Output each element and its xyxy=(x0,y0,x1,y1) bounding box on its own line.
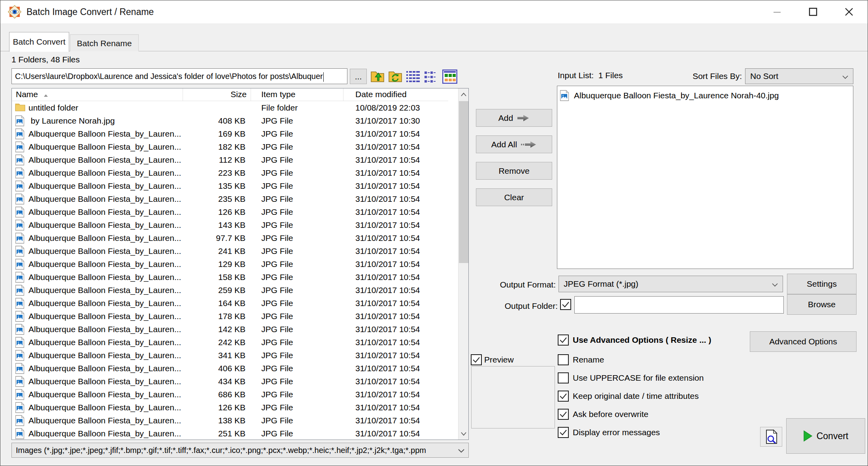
table-row[interactable]: Albuquerque Balloon Fiesta_by_Lauren...4… xyxy=(12,375,448,388)
thumbnails-view-icon[interactable] xyxy=(442,70,457,85)
file-size: 406 KB xyxy=(183,362,251,375)
tab-batch-rename[interactable]: Batch Rename xyxy=(70,34,139,51)
minimize-button[interactable] xyxy=(759,0,795,23)
folder-up-icon[interactable] xyxy=(370,69,385,85)
table-row[interactable]: Albuquerque Balloon Fiesta_by_Lauren...1… xyxy=(12,127,448,140)
output-folder-browse-button[interactable]: Browse xyxy=(787,294,857,315)
table-row[interactable]: Albuquerque Balloon Fiesta_by_Lauren...1… xyxy=(12,140,448,153)
maximize-button[interactable] xyxy=(795,0,831,23)
details-view-icon[interactable] xyxy=(406,70,420,85)
scroll-down-icon[interactable] xyxy=(459,428,469,440)
chevron-down-icon xyxy=(772,279,778,289)
tab-batch-convert[interactable]: Batch Convert xyxy=(9,32,69,52)
option-row: Display error messages xyxy=(558,427,660,438)
settings-button[interactable]: Settings xyxy=(787,274,857,294)
path-input[interactable]: C:\Users\laure\Dropbox\Laurence and Jess… xyxy=(11,68,347,84)
scroll-up-icon[interactable] xyxy=(459,88,469,100)
table-row[interactable]: untitled folderFile folder10/08/2019 22:… xyxy=(12,101,448,114)
file-size: 135 KB xyxy=(183,179,251,192)
file-name: Albuquerque Balloon Fiesta_by_Lauren... xyxy=(28,153,181,166)
close-button[interactable] xyxy=(831,0,867,23)
clear-button[interactable]: Clear xyxy=(476,188,552,206)
output-folder-input[interactable] xyxy=(574,296,784,314)
table-row[interactable]: Albuquerque Balloon Fiesta_by_Lauren...2… xyxy=(12,284,448,297)
text-caret xyxy=(323,72,324,82)
table-row[interactable]: Albuquerque Balloon Fiesta_by_Lauren...2… xyxy=(12,192,448,205)
table-row[interactable]: Albuquerque Balloon Fiesta_by_Lauren...1… xyxy=(12,297,448,310)
option-checkbox[interactable] xyxy=(558,334,569,346)
image-file-icon xyxy=(15,180,25,192)
column-header-type[interactable]: Item type xyxy=(251,88,343,101)
table-row[interactable]: Albuquerque Balloon Fiesta_by_Lauren...2… xyxy=(12,427,448,440)
file-date: 31/10/2017 10:54 xyxy=(343,375,448,388)
table-row[interactable]: Albuquerque Balloon Fiesta_by_Lauren...1… xyxy=(12,179,448,192)
image-file-icon xyxy=(15,285,25,296)
file-name: Albuquerque Balloon Fiesta_by_Lauren... xyxy=(28,218,181,231)
image-file-icon xyxy=(560,90,570,101)
file-type: JPG File xyxy=(251,205,343,218)
image-file-icon xyxy=(15,363,25,374)
browse-path-button[interactable]: ... xyxy=(350,69,367,84)
sort-files-label: Sort Files By: xyxy=(668,71,742,81)
option-checkbox[interactable] xyxy=(558,409,569,420)
app-icon xyxy=(7,4,23,20)
file-date: 31/10/2017 10:54 xyxy=(343,284,448,297)
advanced-options-button[interactable]: Advanced Options xyxy=(750,331,857,352)
convert-button[interactable]: Convert xyxy=(786,418,865,454)
table-row[interactable]: Albuquerque Balloon Fiesta_by_Lauren...1… xyxy=(12,271,448,284)
file-size: 97.7 KB xyxy=(183,231,251,244)
table-scrollbar[interactable] xyxy=(458,88,468,440)
option-checkbox[interactable] xyxy=(558,372,569,383)
table-row[interactable]: Albuquerque Balloon Fiesta_by_Lauren...2… xyxy=(12,166,448,179)
play-icon xyxy=(803,430,813,442)
option-checkbox[interactable] xyxy=(558,427,569,438)
image-file-icon xyxy=(15,259,25,270)
output-format-combo[interactable]: JPEG Format (*.jpg) xyxy=(559,276,783,292)
file-type: JPG File xyxy=(251,153,343,166)
refresh-folder-icon[interactable] xyxy=(388,69,403,85)
table-row[interactable]: Albuquerque Balloon Fiesta_by_Lauren...1… xyxy=(12,414,448,427)
table-row[interactable]: Albuquerque Balloon Fiesta_by_Lauren...6… xyxy=(12,388,448,401)
rename-list-icon[interactable] xyxy=(424,71,438,85)
file-name: Albuquerque Balloon Fiesta_by_Lauren... xyxy=(28,140,181,153)
table-row[interactable]: Albuquerque Balloon Fiesta_by_Lauren...1… xyxy=(12,401,448,414)
image-file-icon xyxy=(15,350,25,361)
table-row[interactable]: Albuquerque Balloon Fiesta_by_Lauren...1… xyxy=(12,218,448,231)
table-row[interactable]: Albuquerque Balloon Fiesta_by_Lauren...3… xyxy=(12,349,448,362)
add-button[interactable]: Add xyxy=(476,109,552,127)
add-all-button[interactable]: Add All xyxy=(476,135,552,153)
table-row[interactable]: Albuquerque Balloon Fiesta_by_Lauren...1… xyxy=(12,153,448,166)
table-row[interactable]: Albuquerque Balloon Fiesta_by_Lauren...1… xyxy=(12,205,448,218)
option-checkbox[interactable] xyxy=(558,391,569,402)
table-row[interactable]: Albuquerque Balloon Fiesta_by_Lauren...1… xyxy=(12,257,448,271)
sort-files-combo[interactable]: No Sort xyxy=(745,68,853,84)
column-header-size[interactable]: Size xyxy=(183,88,251,101)
output-folder-checkbox[interactable] xyxy=(560,299,571,310)
file-name: Albuquerque Balloon Fiesta_by_Lauren... xyxy=(28,401,181,414)
file-date: 31/10/2017 10:54 xyxy=(343,362,448,375)
scrollbar-thumb[interactable] xyxy=(459,101,468,263)
table-row[interactable]: by Laurence Norah.jpg408 KBJPG File31/10… xyxy=(12,114,448,127)
file-type: JPG File xyxy=(251,218,343,231)
table-row[interactable]: Albuquerque Balloon Fiesta_by_Lauren...1… xyxy=(12,310,448,323)
file-name: Albuquerque Balloon Fiesta_by_Lauren... xyxy=(28,323,181,336)
column-header-date[interactable]: Date modified xyxy=(343,88,448,101)
file-type: JPG File xyxy=(251,388,343,401)
table-row[interactable]: Albuquerque Balloon Fiesta_by_Lauren...2… xyxy=(12,336,448,349)
file-name: Albuquerque Balloon Fiesta_by_Lauren... xyxy=(28,310,181,323)
table-row[interactable]: Albuquerque Balloon Fiesta_by_Lauren...4… xyxy=(12,362,448,375)
file-type-filter[interactable]: Images (*.jpg;*.jpe;*.jpeg;*.jfif;*.bmp;… xyxy=(11,443,469,458)
file-date: 31/10/2017 10:30 xyxy=(343,114,448,127)
image-file-icon xyxy=(15,415,25,426)
table-row[interactable]: Albuquerque Balloon Fiesta_by_Lauren...1… xyxy=(12,323,448,336)
remove-button[interactable]: Remove xyxy=(476,162,552,180)
input-list-item[interactable]: Albuquerque Balloon Fiesta_by_Laurence N… xyxy=(560,89,779,102)
table-row[interactable]: Albuquerque Balloon Fiesta_by_Lauren...2… xyxy=(12,244,448,257)
file-type: JPG File xyxy=(251,166,343,179)
preview-conversion-button[interactable] xyxy=(760,427,782,447)
table-row[interactable]: Albuquerque Balloon Fiesta_by_Lauren...9… xyxy=(12,231,448,244)
preview-checkbox[interactable] xyxy=(471,354,482,365)
option-checkbox[interactable] xyxy=(558,354,569,365)
file-type: JPG File xyxy=(251,349,343,362)
column-header-name[interactable]: Name xyxy=(12,88,183,101)
